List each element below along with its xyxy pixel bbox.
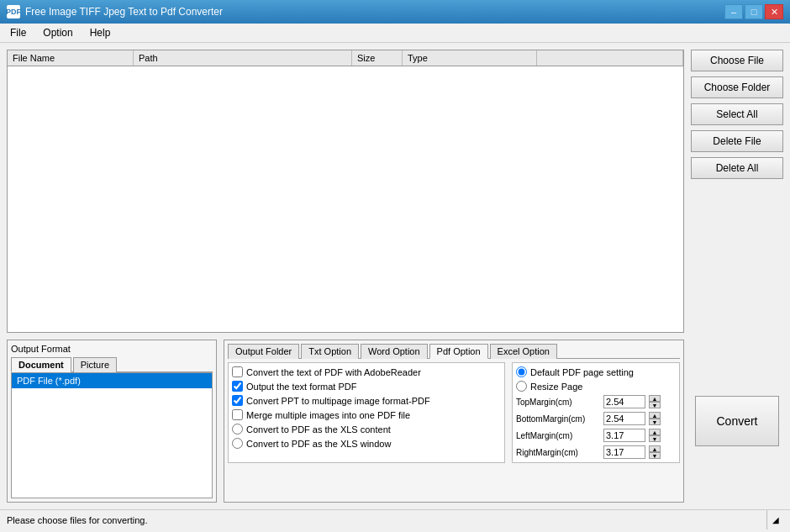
bottom-section: Output Format Document Picture PDF File … [7, 340, 783, 503]
margin-right-down[interactable]: ▼ [649, 452, 661, 459]
format-list[interactable]: PDF File (*.pdf) [11, 372, 213, 498]
radio-xls-window-label: Convert to PDF as the XLS window [246, 439, 391, 449]
check-ppt-multipage: Convert PPT to multipage image format-PD… [232, 395, 501, 406]
options-tabs: Output Folder Txt Option Word Option Pdf… [228, 344, 680, 359]
status-message: Please choose files for converting. [7, 515, 766, 525]
pdf-checkboxes: Convert the text of PDF with AdobeReader… [228, 362, 505, 463]
margin-left-input[interactable] [603, 429, 645, 442]
margin-left-down[interactable]: ▼ [649, 435, 661, 442]
output-format-title: Output Format [11, 344, 213, 354]
margin-top-down[interactable]: ▼ [649, 402, 661, 408]
col-path: Path [134, 50, 352, 66]
col-type: Type [403, 50, 537, 66]
checkbox-text-format[interactable] [232, 381, 243, 392]
tab-document[interactable]: Document [11, 357, 71, 372]
top-section: File Name Path Size Type Choose File Cho… [7, 50, 783, 333]
delete-file-button[interactable]: Delete File [691, 130, 783, 152]
col-size: Size [352, 50, 403, 66]
app-icon: PDF [7, 5, 20, 18]
choose-folder-button[interactable]: Choose Folder [691, 76, 783, 98]
check-ppt-multipage-label: Convert PPT to multipage image format-PD… [246, 396, 430, 406]
margin-top-input[interactable] [603, 395, 645, 408]
col-extra [537, 50, 683, 66]
margin-right-up[interactable]: ▲ [649, 445, 661, 452]
margin-left-label: LeftMargin(cm) [516, 431, 600, 440]
radio-xls-content-label: Convert to PDF as the XLS content [246, 424, 391, 435]
tab-excel-option[interactable]: Excel Option [490, 344, 557, 359]
margin-bottom-up[interactable]: ▲ [649, 412, 661, 419]
radio-xls-window: Convert to PDF as the XLS window [232, 438, 501, 449]
output-format-panel: Output Format Document Picture PDF File … [7, 340, 217, 503]
right-buttons: Choose File Choose Folder Select All Del… [691, 50, 783, 333]
status-resize-handle[interactable]: ◢ [766, 510, 783, 529]
radio-btn-xls-window[interactable] [232, 438, 243, 449]
margin-top: TopMargin(cm) ▲ ▼ [516, 395, 676, 408]
margin-bottom-down[interactable]: ▼ [649, 419, 661, 425]
radio-default-page: Default PDF page setting [516, 366, 676, 377]
file-table-body[interactable] [8, 66, 683, 332]
menu-file[interactable]: File [3, 25, 33, 40]
margin-right-input[interactable] [603, 445, 645, 459]
format-tabs: Document Picture [11, 357, 213, 372]
menu-option[interactable]: Option [36, 25, 79, 40]
check-merge-images: Merge multiple images into one PDF file [232, 409, 501, 420]
delete-all-button[interactable]: Delete All [691, 157, 783, 179]
main-content: File Name Path Size Type Choose File Cho… [0, 43, 790, 509]
radio-resize-page-label: Resize Page [530, 382, 582, 392]
radio-btn-resize-page[interactable] [516, 381, 527, 392]
menu-bar: File Option Help [0, 24, 790, 43]
title-bar: PDF Free Image TIFF Jpeg Text to Pdf Con… [0, 0, 790, 24]
choose-file-button[interactable]: Choose File [691, 50, 783, 71]
radio-btn-default-page[interactable] [516, 366, 527, 377]
minimize-button[interactable]: – [724, 4, 743, 19]
margin-top-spinner: ▲ ▼ [649, 395, 661, 408]
margin-right-label: RightMargin(cm) [516, 448, 600, 457]
close-button[interactable]: ✕ [765, 4, 783, 19]
check-text-format: Output the text format PDF [232, 381, 501, 392]
status-bar: Please choose files for converting. ◢ [0, 509, 790, 529]
margin-top-label: TopMargin(cm) [516, 398, 600, 407]
convert-button-area: Convert [691, 340, 783, 503]
margin-bottom-label: BottomMargin(cm) [516, 414, 600, 424]
tab-output-folder[interactable]: Output Folder [228, 344, 299, 359]
pdf-margins: Default PDF page setting Resize Page Top… [512, 362, 680, 463]
margin-left-spinner: ▲ ▼ [649, 429, 661, 442]
menu-help[interactable]: Help [83, 25, 118, 40]
margin-right-spinner: ▲ ▼ [649, 445, 661, 459]
radio-xls-content: Convert to PDF as the XLS content [232, 424, 501, 435]
tab-picture[interactable]: Picture [73, 357, 117, 372]
col-filename: File Name [8, 50, 134, 66]
checkbox-ppt-multipage[interactable] [232, 395, 243, 406]
margin-right: RightMargin(cm) ▲ ▼ [516, 445, 676, 459]
check-text-format-label: Output the text format PDF [246, 382, 356, 392]
convert-button[interactable]: Convert [695, 396, 779, 446]
margin-left-up[interactable]: ▲ [649, 429, 661, 435]
window-controls: – □ ✕ [724, 4, 783, 19]
margin-bottom-input[interactable] [603, 412, 645, 425]
radio-default-page-label: Default PDF page setting [530, 367, 634, 377]
margin-top-up[interactable]: ▲ [649, 395, 661, 402]
file-table: File Name Path Size Type [7, 50, 684, 333]
checkbox-adobereader[interactable] [232, 366, 243, 377]
check-merge-images-label: Merge multiple images into one PDF file [246, 410, 410, 420]
checkbox-merge-images[interactable] [232, 409, 243, 420]
radio-btn-xls-content[interactable] [232, 424, 243, 435]
tab-word-option[interactable]: Word Option [361, 344, 428, 359]
select-all-button[interactable]: Select All [691, 103, 783, 125]
check-adobereader-label: Convert the text of PDF with AdobeReader [246, 367, 421, 377]
format-pdf[interactable]: PDF File (*.pdf) [12, 373, 212, 388]
maximize-button[interactable]: □ [745, 4, 763, 19]
window-title: Free Image TIFF Jpeg Text to Pdf Convert… [25, 6, 724, 18]
radio-resize-page: Resize Page [516, 381, 676, 392]
file-table-header: File Name Path Size Type [8, 50, 683, 66]
margin-bottom-spinner: ▲ ▼ [649, 412, 661, 425]
pdf-options-content: Convert the text of PDF with AdobeReader… [228, 362, 680, 463]
tab-pdf-option[interactable]: Pdf Option [429, 344, 488, 359]
tab-txt-option[interactable]: Txt Option [301, 344, 359, 359]
margin-bottom: BottomMargin(cm) ▲ ▼ [516, 412, 676, 425]
margin-left: LeftMargin(cm) ▲ ▼ [516, 429, 676, 442]
check-adobereader: Convert the text of PDF with AdobeReader [232, 366, 501, 377]
options-panel: Output Folder Txt Option Word Option Pdf… [224, 340, 684, 503]
